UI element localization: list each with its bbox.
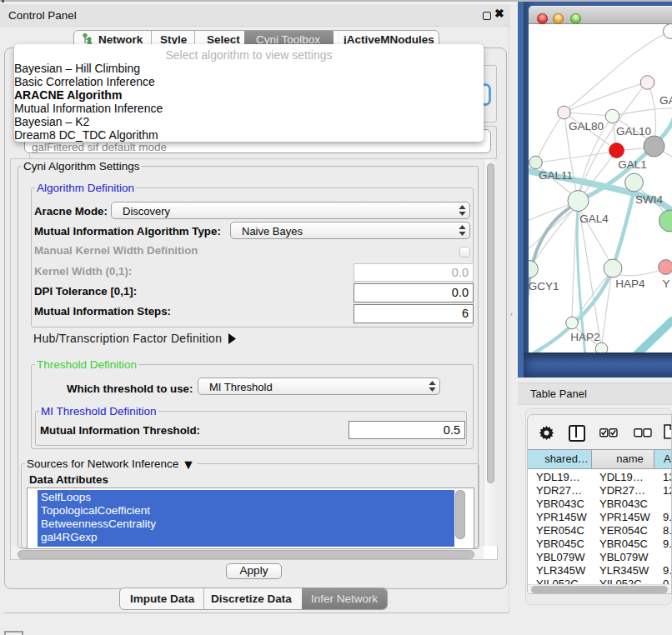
svg-text:Y: Y [662,278,669,290]
svg-text:SWI4: SWI4 [635,193,663,206]
svg-text:GAL10: GAL10 [616,125,651,138]
svg-text:HAP4: HAP4 [615,278,645,290]
svg-text:GAL80: GAL80 [569,120,604,132]
svg-text:GAL7: GAL7 [659,94,672,107]
svg-text:HAP2: HAP2 [570,331,599,343]
svg-text:GCY1: GCY1 [529,280,559,292]
svg-text:GAL4: GAL4 [579,212,609,225]
svg-text:GAL11: GAL11 [539,169,573,182]
svg-text:GAL1: GAL1 [618,158,647,171]
